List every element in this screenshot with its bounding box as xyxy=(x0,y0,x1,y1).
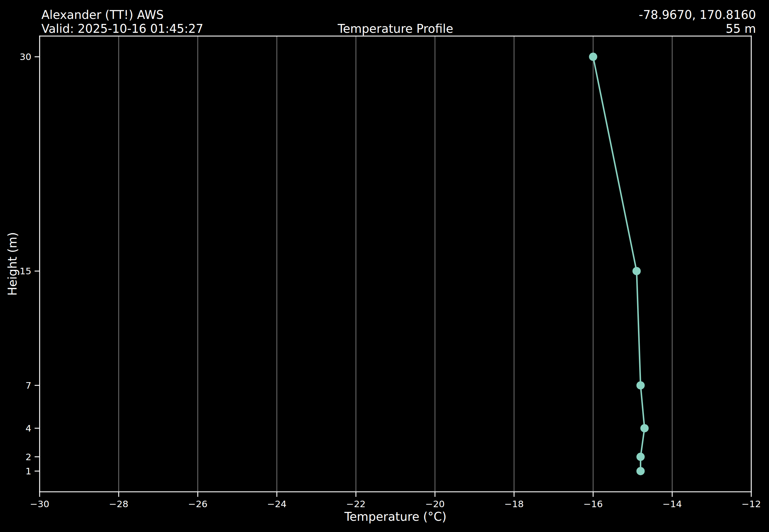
data-point xyxy=(637,467,645,475)
x-tick-label: −12 xyxy=(742,499,761,509)
x-tick-label: −14 xyxy=(663,499,682,509)
y-tick-label: 2 xyxy=(25,452,31,462)
x-tick-label: −16 xyxy=(584,499,603,509)
y-tick-label: 1 xyxy=(25,466,31,476)
x-tick-label: −26 xyxy=(188,499,207,509)
data-point xyxy=(637,381,645,390)
tick-labels: −30−28−26−24−22−20−18−16−14−1212471530 xyxy=(20,51,761,509)
x-tick-label: −28 xyxy=(109,499,128,509)
y-tick-label: 30 xyxy=(20,51,31,62)
data-point xyxy=(589,53,597,61)
y-tick-label: 4 xyxy=(25,423,31,434)
y-axis-label: Height (m) xyxy=(6,232,19,296)
series-line xyxy=(593,57,645,471)
data-point xyxy=(637,453,645,461)
data-point xyxy=(632,267,641,275)
data-point xyxy=(640,424,649,432)
chart-title: Temperature Profile xyxy=(337,22,453,35)
valid-timestamp: Valid: 2025-10-16 01:45:27 xyxy=(41,22,203,35)
temperature-series xyxy=(589,53,649,475)
x-tick-label: −20 xyxy=(425,499,445,509)
station-elevation: 55 m xyxy=(726,22,756,35)
x-tick-label: −30 xyxy=(30,499,49,509)
y-tick-label: 15 xyxy=(20,266,31,276)
station-title: Alexander (TT!) AWS xyxy=(41,8,163,22)
temperature-profile-figure: −30−28−26−24−22−20−18−16−14−1212471530 T… xyxy=(0,0,769,532)
station-coordinates: -78.9670, 170.8160 xyxy=(639,8,756,22)
x-axis-label: Temperature (°C) xyxy=(344,510,446,523)
x-tick-label: −24 xyxy=(267,499,286,509)
x-tick-label: −18 xyxy=(504,499,524,509)
y-tick-label: 7 xyxy=(25,380,31,391)
temperature-profile-chart: −30−28−26−24−22−20−18−16−14−1212471530 T… xyxy=(0,0,769,532)
x-tick-label: −22 xyxy=(346,499,365,509)
